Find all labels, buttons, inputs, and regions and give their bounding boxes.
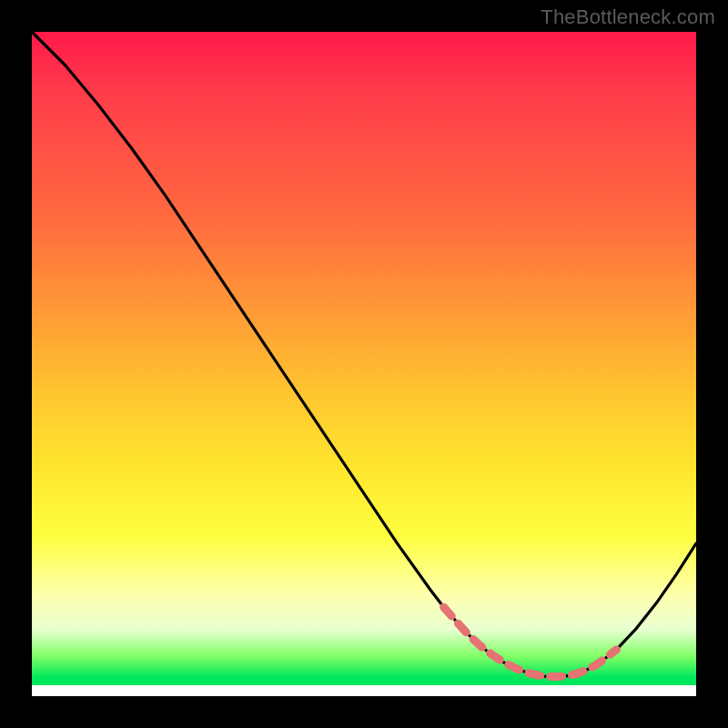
watermark-text: TheBottleneck.com <box>541 5 715 29</box>
chart-container: TheBottleneck.com <box>0 0 728 728</box>
bottleneck-curve-line <box>32 32 696 677</box>
plot-area <box>32 32 696 696</box>
bottleneck-flat-dash <box>444 607 617 676</box>
curve-layer <box>32 32 696 696</box>
